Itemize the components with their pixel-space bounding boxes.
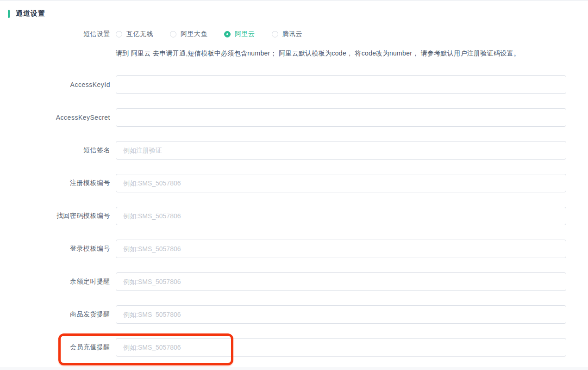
sms-signature-label: 短信签名	[0, 146, 116, 154]
radio-circle-icon	[116, 31, 122, 37]
access-key-secret-input[interactable]	[116, 108, 566, 127]
provider-hint-text: 请到 阿里云 去申请开通,短信模板中必须包含number； 阿里云默认模板为co…	[116, 49, 520, 58]
goods-shipping-reminder-input[interactable]	[116, 305, 566, 324]
member-recharge-reminder-input[interactable]	[116, 338, 566, 357]
form-row-member-recharge-reminder: 会员充值提醒	[0, 338, 588, 357]
form-row-balance-timed-reminder: 余额定时提醒	[0, 272, 588, 291]
radio-circle-icon	[224, 31, 231, 37]
form-row-access-key-secret: AccessKeySecret	[0, 108, 588, 127]
form-row-sms-signature: 短信签名	[0, 141, 588, 160]
goods-shipping-reminder-label: 商品发货提醒	[0, 310, 116, 319]
radio-option-tencent-cloud[interactable]: 腾讯云	[272, 30, 303, 38]
access-key-secret-label: AccessKeySecret	[0, 114, 116, 121]
member-recharge-reminder-label: 会员充值提醒	[0, 343, 116, 352]
form-row-register-template-id: 注册模板编号	[0, 174, 588, 192]
radio-circle-icon	[272, 31, 278, 37]
radio-circle-icon	[170, 31, 176, 37]
password-recovery-template-id-input[interactable]	[116, 207, 566, 225]
register-template-id-input[interactable]	[116, 174, 566, 192]
sms-provider-row: 短信设置 互亿无线阿里大鱼阿里云腾讯云	[0, 30, 588, 39]
balance-timed-reminder-input[interactable]	[116, 272, 566, 291]
page-title: 通道设置	[16, 9, 45, 18]
sms-provider-label: 短信设置	[0, 30, 116, 38]
login-template-id-input[interactable]	[116, 240, 566, 258]
form-row-access-key-id: AccessKeyId	[0, 75, 588, 94]
access-key-id-input[interactable]	[116, 75, 566, 94]
login-template-id-label: 登录模板编号	[0, 245, 116, 253]
access-key-id-label: AccessKeyId	[0, 81, 116, 88]
radio-option-label: 互亿无线	[126, 30, 153, 38]
section-header: 通道设置	[0, 1, 588, 18]
channel-settings-panel: 通道设置 短信设置 互亿无线阿里大鱼阿里云腾讯云 请到 阿里云 去申请开通,短信…	[0, 0, 588, 367]
section-accent-bar	[8, 10, 10, 18]
sms-settings-form: 短信设置 互亿无线阿里大鱼阿里云腾讯云 请到 阿里云 去申请开通,短信模板中必须…	[0, 30, 588, 357]
provider-hint-row: 请到 阿里云 去申请开通,短信模板中必须包含number； 阿里云默认模板为co…	[0, 49, 588, 58]
sms-provider-radio-group: 互亿无线阿里大鱼阿里云腾讯云	[116, 30, 319, 38]
radio-option-label: 腾讯云	[282, 30, 303, 38]
sms-signature-input[interactable]	[116, 141, 566, 160]
password-recovery-template-id-label: 找回密码模板编号	[0, 212, 116, 220]
form-field-rows: AccessKeyIdAccessKeySecret短信签名注册模板编号找回密码…	[0, 75, 588, 357]
radio-option-aliyun[interactable]: 阿里云	[224, 30, 255, 38]
radio-option-label: 阿里云	[235, 30, 255, 38]
radio-option-label: 阿里大鱼	[181, 30, 207, 38]
radio-option-ali-dayu[interactable]: 阿里大鱼	[170, 30, 207, 38]
balance-timed-reminder-label: 余额定时提醒	[0, 278, 116, 286]
form-row-password-recovery-template-id: 找回密码模板编号	[0, 207, 588, 225]
register-template-id-label: 注册模板编号	[0, 179, 116, 187]
form-row-goods-shipping-reminder: 商品发货提醒	[0, 305, 588, 324]
form-row-login-template-id: 登录模板编号	[0, 240, 588, 258]
radio-option-huyi-wireless[interactable]: 互亿无线	[116, 30, 153, 38]
